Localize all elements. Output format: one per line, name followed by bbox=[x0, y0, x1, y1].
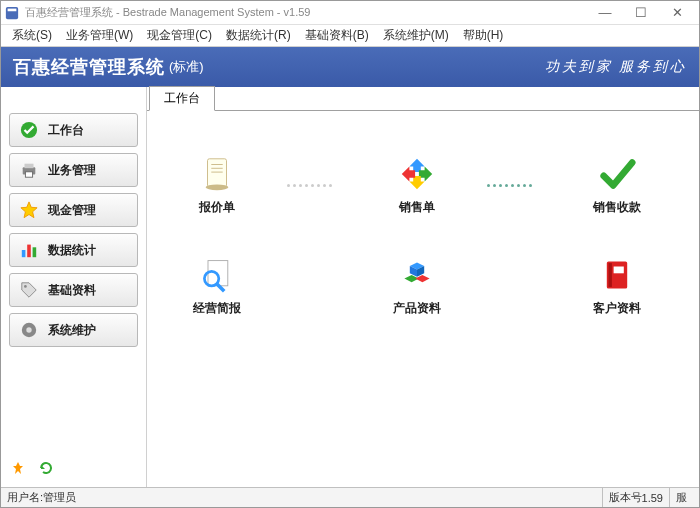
menu-system[interactable]: 系统(S) bbox=[5, 25, 59, 46]
svg-rect-12 bbox=[208, 159, 227, 188]
main: 工作台 报价单 销售单 销售收款 bbox=[147, 87, 699, 487]
window-controls: — ☐ ✕ bbox=[587, 2, 695, 24]
tile-label: 客户资料 bbox=[593, 300, 641, 317]
sidebar-item-cash[interactable]: 现金管理 bbox=[9, 193, 138, 227]
svg-point-13 bbox=[206, 184, 229, 190]
sidebar-item-label: 系统维护 bbox=[48, 322, 96, 339]
maximize-button[interactable]: ☐ bbox=[623, 2, 659, 24]
sidebar-footer bbox=[9, 457, 138, 479]
brand-subtitle: (标准) bbox=[169, 58, 204, 76]
tile-business-brief[interactable]: 经营简报 bbox=[167, 256, 267, 317]
check-circle-icon bbox=[20, 121, 38, 139]
printer-icon bbox=[20, 161, 38, 179]
sidebar-item-workbench[interactable]: 工作台 bbox=[9, 113, 138, 147]
tile-quotation[interactable]: 报价单 bbox=[167, 155, 267, 216]
tile-label: 经营简报 bbox=[193, 300, 241, 317]
brand-title: 百惠经营管理系统 bbox=[13, 55, 165, 79]
tile-label: 销售单 bbox=[399, 199, 435, 216]
status-extra: 服 bbox=[669, 488, 693, 507]
svg-point-9 bbox=[24, 285, 27, 288]
bar-chart-icon bbox=[20, 241, 38, 259]
magnifier-doc-icon bbox=[197, 256, 237, 294]
tile-sales-order[interactable]: 销售单 bbox=[367, 155, 467, 216]
status-user-value: 管理员 bbox=[43, 490, 76, 505]
sidebar: 工作台 业务管理 现金管理 数据统计 基础资料 系统维护 bbox=[1, 87, 147, 487]
menubar: 系统(S) 业务管理(W) 现金管理(C) 数据统计(R) 基础资料(B) 系统… bbox=[1, 25, 699, 47]
sidebar-item-label: 现金管理 bbox=[48, 202, 96, 219]
content: 工作台 业务管理 现金管理 数据统计 基础资料 系统维护 工作台 bbox=[1, 87, 699, 487]
sidebar-item-basedata[interactable]: 基础资料 bbox=[9, 273, 138, 307]
sidebar-item-label: 工作台 bbox=[48, 122, 84, 139]
tile-product-data[interactable]: 产品资料 bbox=[367, 256, 467, 317]
scroll-icon bbox=[197, 155, 237, 193]
sidebar-item-maintain[interactable]: 系统维护 bbox=[9, 313, 138, 347]
tag-icon bbox=[20, 281, 38, 299]
tile-label: 产品资料 bbox=[393, 300, 441, 317]
svg-rect-21 bbox=[609, 263, 612, 287]
flow-connector bbox=[487, 183, 547, 189]
statusbar: 用户名: 管理员 版本号 1.59 服 bbox=[1, 487, 699, 507]
tile-sales-receipt[interactable]: 销售收款 bbox=[567, 155, 667, 216]
close-button[interactable]: ✕ bbox=[659, 2, 695, 24]
sidebar-item-label: 业务管理 bbox=[48, 162, 96, 179]
brand-bar: 百惠经营管理系统 (标准) 功夫到家 服务到心 bbox=[1, 47, 699, 87]
book-icon bbox=[597, 256, 637, 294]
workspace: 报价单 销售单 销售收款 经营简报 bbox=[147, 111, 699, 487]
menu-basedata[interactable]: 基础资料(B) bbox=[298, 25, 376, 46]
brand-slogan: 功夫到家 服务到心 bbox=[545, 58, 688, 76]
tile-label: 销售收款 bbox=[593, 199, 641, 216]
titlebar: 百惠经营管理系统 - Bestrade Management System - … bbox=[1, 1, 699, 25]
sidebar-item-label: 基础资料 bbox=[48, 282, 96, 299]
svg-rect-7 bbox=[27, 245, 31, 258]
window-title: 百惠经营管理系统 - Bestrade Management System - … bbox=[25, 5, 587, 20]
menu-business[interactable]: 业务管理(W) bbox=[59, 25, 140, 46]
refresh-icon[interactable] bbox=[39, 461, 53, 475]
tile-row: 经营简报 产品资料 客户资料 bbox=[167, 256, 679, 317]
svg-rect-1 bbox=[8, 8, 17, 11]
svg-rect-4 bbox=[25, 164, 34, 169]
sidebar-item-business[interactable]: 业务管理 bbox=[9, 153, 138, 187]
app-icon bbox=[5, 6, 19, 20]
tile-customer-data[interactable]: 客户资料 bbox=[567, 256, 667, 317]
flow-connector bbox=[287, 183, 347, 189]
minimize-button[interactable]: — bbox=[587, 2, 623, 24]
status-version: 版本号 1.59 bbox=[602, 488, 669, 507]
star-icon bbox=[20, 201, 38, 219]
svg-rect-8 bbox=[33, 247, 37, 257]
check-icon bbox=[597, 155, 637, 193]
menu-help[interactable]: 帮助(H) bbox=[456, 25, 511, 46]
pin-icon[interactable] bbox=[11, 461, 25, 475]
boxes-icon bbox=[397, 256, 437, 294]
tile-label: 报价单 bbox=[199, 199, 235, 216]
svg-point-11 bbox=[26, 327, 31, 332]
tabs: 工作台 bbox=[147, 87, 699, 111]
tile-row: 报价单 销售单 销售收款 bbox=[167, 155, 679, 216]
svg-rect-5 bbox=[25, 172, 32, 177]
svg-rect-6 bbox=[22, 250, 26, 257]
tab-workbench[interactable]: 工作台 bbox=[149, 86, 215, 111]
gear-icon bbox=[20, 321, 38, 339]
sidebar-item-label: 数据统计 bbox=[48, 242, 96, 259]
cycle-arrows-icon bbox=[397, 155, 437, 193]
menu-stats[interactable]: 数据统计(R) bbox=[219, 25, 298, 46]
menu-maintain[interactable]: 系统维护(M) bbox=[376, 25, 456, 46]
menu-cash[interactable]: 现金管理(C) bbox=[140, 25, 219, 46]
status-user-label: 用户名: bbox=[7, 490, 43, 505]
sidebar-item-stats[interactable]: 数据统计 bbox=[9, 233, 138, 267]
svg-rect-22 bbox=[614, 267, 624, 274]
